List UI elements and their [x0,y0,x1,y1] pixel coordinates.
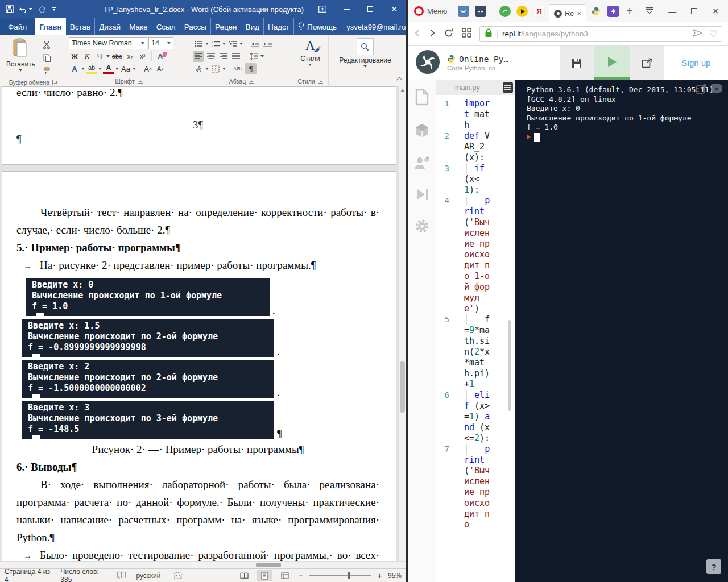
code-text[interactable]: def VAR_2(x): [464,131,493,163]
code-text[interactable]: print('Вычисление происходит по [464,444,493,530]
console-close-icon[interactable]: × [711,84,722,93]
files-icon[interactable] [415,89,429,108]
bookmark-heart-icon[interactable]: ♡ [709,28,717,39]
share-page-icon[interactable] [693,29,702,39]
browser-minimize-button[interactable]: — [668,7,676,16]
web-layout-icon[interactable] [278,570,292,581]
doc-paragraph[interactable]: В· ходе· выполнения· лабораторной· работ… [16,476,379,546]
run-next-icon[interactable] [415,188,429,203]
code-line[interactable]: 7 print('Вычисление происходит по [436,444,515,530]
code-line[interactable]: 2def VAR_2(x): [436,131,515,163]
font-size-select[interactable]: 14 [148,37,173,49]
console-prompt[interactable] [527,133,728,142]
doc-paragraph[interactable]: Четвёртый· тест· направлен· на· определе… [16,203,379,239]
print-layout-icon[interactable] [257,570,272,581]
figure-caption[interactable]: Рисунок· 2· —· Пример· работы· программы… [16,440,379,458]
popout-icon[interactable] [696,84,708,96]
pinned-tab-3-icon[interactable] [499,6,511,17]
replit-logo-icon[interactable] [415,49,440,77]
macro-status-icon[interactable] [171,570,185,581]
align-right-button[interactable] [218,51,229,62]
bullets-icon[interactable] [193,38,204,49]
shrink-font-button[interactable]: А˅ [155,63,166,74]
pinned-tab-yandex-icon[interactable]: Я [533,6,545,17]
editing-button[interactable]: Редактирование [334,37,395,69]
bold-button[interactable]: Ж [69,51,80,62]
tab-layout[interactable]: Маке [125,18,152,35]
url-text[interactable]: repl.it/languages/python3 [502,30,588,38]
help-button[interactable]: ? [706,559,721,574]
code-line[interactable]: 1import math [436,98,515,131]
doc-list-item[interactable]: →На· рисунке· 2· представлен· пример· ра… [16,256,379,275]
text-effects-button[interactable]: А [69,63,80,74]
minimize-button[interactable] [334,0,358,18]
browser-close-button[interactable]: × [712,5,719,18]
document-page-3[interactable]: если· число· равно· 2.¶ 3¶ ¶ [2,86,396,165]
font-name-select[interactable]: Times New Roman [69,37,147,49]
decrease-indent-icon[interactable] [249,38,260,49]
code-text[interactable]: print('Вычисление происходит по 1-ой фор… [464,196,493,314]
undo-icon[interactable] [19,6,32,13]
font-dialog-launcher[interactable] [138,78,143,84]
customize-qat-icon[interactable] [52,7,56,11]
zoom-in-button[interactable]: + [377,571,382,580]
signup-button[interactable]: Sign up [664,46,728,80]
underline-button[interactable]: Ч [94,51,105,62]
styles-button[interactable]: А Стили [296,37,325,67]
numbering-icon[interactable]: 12 [210,38,221,49]
doc-list-item[interactable]: →Было· проведено· тестирование· разработ… [16,546,379,561]
console-pane[interactable]: × Python 3.6.1 (default, Dec 2015, 13:05… [515,80,728,582]
multiplayer-icon[interactable] [413,156,431,173]
editor-scrollbar-thumb[interactable] [508,320,511,411]
ribbon-display-options-icon[interactable] [311,0,334,18]
browser-menu-button[interactable]: Меню [414,6,447,16]
doc-heading-5[interactable]: 5.· Пример· работы· программы¶ [16,239,379,256]
align-center-button[interactable] [205,51,217,62]
doc-paragraph[interactable]: если· число· равно· 2.¶ [16,86,379,101]
tab-view[interactable]: Вид [241,18,263,35]
strikethrough-button[interactable]: abc [111,51,123,62]
language-indicator[interactable]: русский [136,572,160,580]
vertical-scrollbar[interactable] [398,86,406,561]
run-button[interactable] [594,46,630,80]
tab-mailings[interactable]: Рассы [180,18,211,35]
clipboard-dialog-launcher[interactable] [52,80,57,85]
save-repl-button[interactable] [560,46,594,80]
clear-formatting-icon[interactable]: А [155,51,166,62]
vertical-scrollbar-thumb[interactable] [400,361,405,413]
highlight-color-button[interactable]: ab [86,63,97,74]
tab-bolt-icon[interactable] [607,6,619,17]
multilevel-list-icon[interactable] [227,38,238,49]
code-text[interactable]: if (x<1): [464,163,493,196]
save-icon[interactable] [6,5,14,13]
horizontal-scrollbar-thumb[interactable] [256,563,281,567]
code-text[interactable]: f=9*math.sin(2*x*math.pi)+1 [464,314,493,390]
word-count[interactable]: Число слов: 385 [60,568,106,582]
reload-icon[interactable] [444,28,454,40]
line-spacing-icon[interactable] [248,51,259,62]
active-tab[interactable]: Re × [549,4,586,22]
tab-addins[interactable]: Надст [264,18,294,35]
zoom-out-button[interactable]: − [298,571,303,580]
account-name[interactable]: ysveta99@mail.ru [341,18,411,35]
paste-button[interactable]: Вставить [2,37,40,73]
justify-button[interactable] [230,51,242,62]
close-button[interactable]: × [382,0,406,18]
pinned-tab-vk-icon[interactable] [458,6,469,17]
change-case-button[interactable]: Aa [120,63,131,74]
pinned-tab-2-icon[interactable] [475,6,486,17]
font-color-button[interactable]: А [103,63,114,74]
zoom-slider[interactable] [309,575,371,576]
editor-menu-icon[interactable] [503,82,513,93]
back-icon[interactable] [414,28,421,40]
tab-review[interactable]: Рецен [211,18,241,35]
doc-heading-6[interactable]: 6.· Выводы¶ [16,458,379,476]
increase-indent-icon[interactable] [262,38,273,49]
restore-button[interactable] [358,0,382,18]
format-painter-icon[interactable] [41,65,53,77]
share-repl-button[interactable] [630,46,664,80]
code-line[interactable]: 6 elif (x>=1) and (x<=2): [436,390,515,444]
grow-font-button[interactable]: А˄ [142,63,154,74]
code-line[interactable]: 5 f=9*math.sin(2*x*math.pi)+1 [436,314,515,390]
address-bar[interactable]: repl.it/languages/python3 ♡ [479,26,722,42]
